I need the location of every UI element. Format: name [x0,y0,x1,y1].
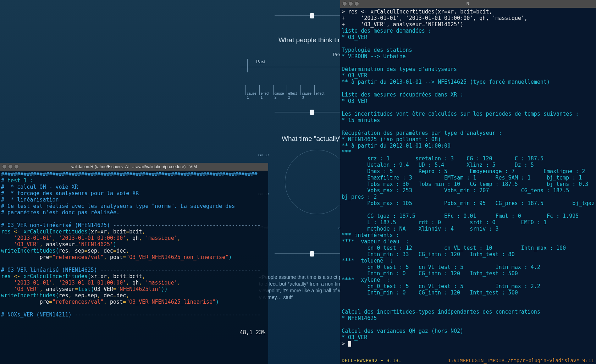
vim-status-line: 48,1 23% [0,329,268,336]
close-icon[interactable] [2,164,7,169]
wallpaper-ticks: cause 1 effect 1 cause 2 effect 2 cause … [245,85,327,95]
wallpaper-slider-2 [275,110,341,115]
wallpaper-side-label: cause [258,153,269,157]
r-terminal-body[interactable]: > res <- xrCalculIncertitudes(xr=xr, bci… [342,9,594,357]
wallpaper-tick: effect 2 [287,85,299,95]
close-icon[interactable] [342,1,347,6]
tmux-status-bar: DELL-8WNPV42 • 3.13. 1:VIMRPLUGIN_TMPDIR… [340,358,596,364]
window-controls[interactable] [342,1,359,6]
tmux-status-right: 1:VIMRPLUGIN_TMPDIR=/tmp/r-plugin-vladis… [448,358,594,364]
vim-window[interactable]: validation.R (/atmo/Fichiers_AT…ravail/v… [0,166,268,364]
wallpaper-heading-1: What people think time [278,36,347,44]
wallpaper-tick: cause 1 [245,85,258,95]
wallpaper-tick: cause 3 [300,85,313,95]
wallpaper-slider-3 [275,251,341,257]
window-controls[interactable] [2,164,19,169]
wallpaper-heading-2: What time "actually" [282,135,342,143]
wallpaper-tick: effect [314,85,327,95]
vim-title: validation.R (/atmo/Fichiers_AT…ravail/v… [71,164,197,169]
r-terminal-window[interactable]: R > res <- xrCalculIncertitudes(xr=xr, b… [340,0,596,364]
wallpaper-timeline-marker [247,59,248,72]
minimize-icon[interactable] [8,164,13,169]
vim-titlebar[interactable]: validation.R (/atmo/Fichiers_AT…ravail/v… [0,163,268,171]
wallpaper-slider-1 [275,13,341,18]
r-titlebar[interactable]: R [340,0,596,8]
wallpaper-tick: effect 1 [259,85,272,95]
wallpaper-label-past: Past [256,59,265,64]
maximize-icon[interactable] [14,164,19,169]
wallpaper-timeline [241,67,340,67]
tmux-status-left: DELL-8WNPV42 • 3.13. [342,358,402,364]
wallpaper-circle-diagram [285,150,349,214]
r-title: R [467,1,470,6]
minimize-icon[interactable] [348,1,353,6]
wallpaper-tick: cause 2 [273,85,286,95]
maximize-icon[interactable] [354,1,359,6]
